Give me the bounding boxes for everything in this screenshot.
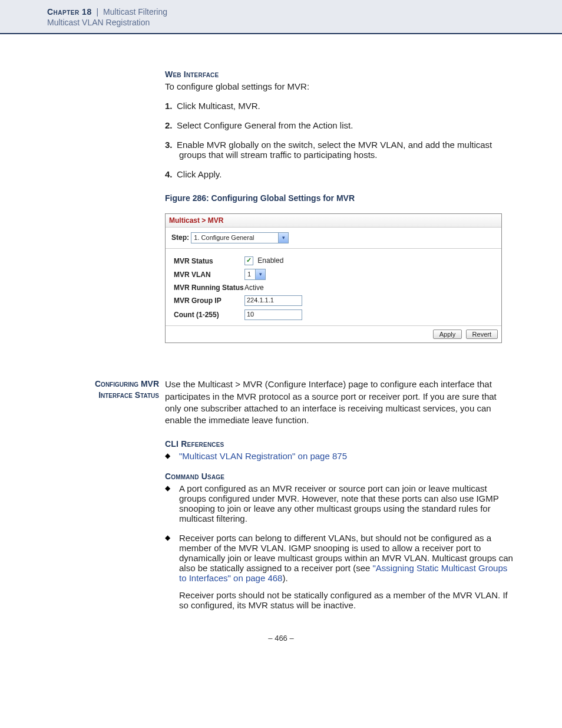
mvr-running-value: Active	[244, 282, 302, 294]
mvr-vlan-select[interactable]: 1 ▾	[244, 269, 266, 280]
chapter-title: Multicast Filtering	[103, 7, 167, 17]
enabled-label: Enabled	[257, 256, 283, 265]
mvr-status-label: MVR Status	[174, 255, 244, 267]
usage-text: A port configured as an MVR receiver or …	[179, 483, 499, 523]
list-item: "Multicast VLAN Registration" on page 87…	[165, 451, 515, 461]
step-label: Step:	[171, 233, 189, 242]
figure-caption: Figure 286: Configuring Global Settings …	[165, 193, 515, 203]
step-row: Step: 1. Configure General ▾	[166, 228, 501, 249]
side-label-line: Configuring MVR	[47, 378, 159, 390]
cli-references-heading: CLI References	[165, 439, 515, 449]
chapter-label: Chapter 18	[47, 7, 92, 17]
panel-buttons: Apply Revert	[166, 325, 501, 342]
dropdown-arrow-icon: ▾	[278, 233, 288, 243]
count-label: Count (1-255)	[174, 308, 244, 322]
side-label-line: Interface Status	[47, 390, 159, 401]
mvr-config-panel: Multicast > MVR Step: 1. Configure Gener…	[165, 213, 502, 343]
header-line-1: Chapter 18 | Multicast Filtering	[47, 7, 562, 17]
step-text: Click Apply.	[177, 169, 222, 179]
mvr-group-ip-input[interactable]: 224.1.1.1	[244, 295, 302, 306]
mvr-group-ip-label: MVR Group IP	[174, 294, 244, 308]
mvr-running-label: MVR Running Status	[174, 282, 244, 294]
step-text: Select Configure General from the Action…	[177, 120, 353, 130]
apply-button[interactable]: Apply	[433, 330, 462, 339]
step-select[interactable]: 1. Configure General ▾	[191, 232, 289, 243]
page-header: Chapter 18 | Multicast Filtering Multica…	[0, 0, 562, 34]
cli-reference-link[interactable]: "Multicast VLAN Registration" on page 87…	[179, 451, 347, 461]
step-text: Enable MVR globally on the switch, selec…	[177, 140, 492, 160]
cli-references-list: "Multicast VLAN Registration" on page 87…	[165, 451, 515, 461]
steps-list: 1.Click Multicast, MVR. 2.Select Configu…	[165, 101, 515, 179]
count-input[interactable]: 10	[244, 309, 302, 320]
mvr-status-value: ✓ Enabled	[244, 255, 302, 267]
panel-body: MVR Status ✓ Enabled MVR VLAN 1 ▾	[166, 249, 501, 325]
step-item: 3.Enable MVR globally on the switch, sel…	[165, 140, 515, 160]
command-usage-heading: Command Usage	[165, 472, 515, 481]
command-usage-list: A port configured as an MVR receiver or …	[165, 483, 515, 610]
mvr-vlan-value: 1	[247, 271, 251, 278]
list-item: A port configured as an MVR receiver or …	[165, 483, 515, 523]
web-interface-intro: To configure global settings for MVR:	[165, 81, 515, 91]
mvr-vlan-label: MVR VLAN	[174, 267, 244, 282]
revert-button[interactable]: Revert	[466, 330, 498, 339]
header-separator: |	[97, 7, 99, 17]
web-interface-block: Web Interface To configure global settin…	[165, 70, 515, 91]
interface-status-section: Configuring MVR Interface Status Use the…	[47, 378, 515, 426]
section-paragraph: Use the Multicast > MVR (Configure Inter…	[165, 378, 515, 426]
web-interface-heading: Web Interface	[165, 70, 515, 79]
header-subtitle: Multicast VLAN Registration	[47, 17, 562, 27]
page-number: – 466 –	[47, 634, 515, 660]
usage-text: ).	[282, 573, 287, 583]
step-item: 1.Click Multicast, MVR.	[165, 101, 515, 111]
list-item: Receiver ports can belong to different V…	[165, 533, 515, 610]
mvr-status-checkbox[interactable]: ✓	[244, 256, 253, 265]
panel-breadcrumb: Multicast > MVR	[166, 214, 501, 228]
section-side-label: Configuring MVR Interface Status	[47, 378, 165, 401]
step-item: 4.Click Apply.	[165, 169, 515, 179]
step-item: 2.Select Configure General from the Acti…	[165, 120, 515, 130]
step-select-value: 1. Configure General	[194, 234, 254, 241]
dropdown-arrow-icon: ▾	[255, 269, 265, 279]
step-text: Click Multicast, MVR.	[177, 101, 260, 111]
usage-subparagraph: Receiver ports should not be statically …	[179, 590, 515, 610]
page-body: Web Interface To configure global settin…	[0, 34, 562, 660]
